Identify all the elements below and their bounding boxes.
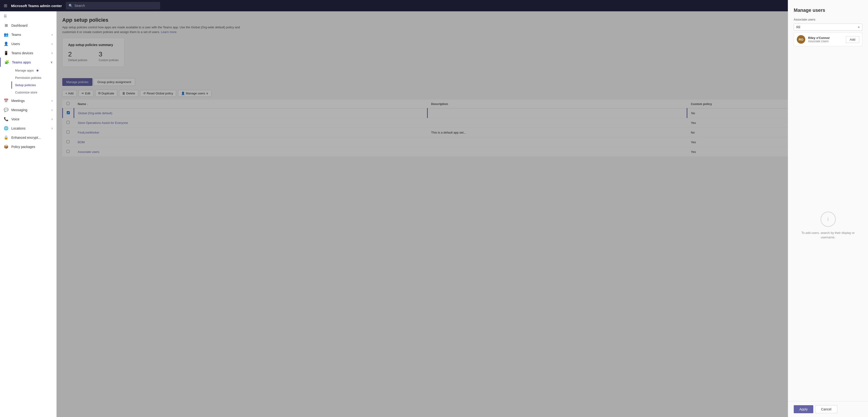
row-checkbox[interactable] — [66, 121, 69, 124]
row-checkbox[interactable] — [66, 130, 69, 133]
chevron-down-icon: › — [52, 52, 53, 55]
row-name-cell[interactable]: Store Operations Assist for Everyone — [74, 118, 428, 128]
reset-global-button[interactable]: ↺ Reset Global policy — [140, 90, 176, 97]
default-policies-count: 2 — [68, 51, 87, 58]
reset-global-label: Reset Global policy — [147, 92, 173, 95]
row-checkbox[interactable] — [67, 111, 70, 114]
sidebar-item-enhanced-encrypt[interactable]: 🔒 Enhanced encrypt... — [0, 133, 56, 142]
permission-policies-label: Permission policies — [15, 76, 41, 80]
delete-icon: 🗑 — [122, 92, 125, 95]
search-bar[interactable]: 🔍 — [66, 2, 160, 9]
user-suggestion-item[interactable]: RO Riley o'Connor Associate Users Add — [794, 33, 862, 46]
sidebar-item-permission-policies[interactable]: Permission policies — [11, 74, 56, 82]
apply-button[interactable]: Apply — [794, 405, 813, 413]
table-row[interactable]: Global (Org-wide default) No — [63, 108, 863, 118]
select-all-checkbox[interactable] — [66, 102, 69, 105]
row-checkbox[interactable] — [66, 150, 69, 153]
sidebar-item-messaging[interactable]: 💬 Messaging › — [0, 105, 56, 115]
row-checkbox-cell[interactable] — [63, 137, 74, 147]
sidebar-item-label: Policy packages — [11, 145, 35, 149]
sidebar-item-teams-devices[interactable]: 📱 Teams devices › — [0, 49, 56, 58]
row-description-cell: This is a default app set... — [427, 128, 687, 137]
sidebar-item-label: Users — [11, 42, 20, 46]
chevron-down-icon: › — [52, 118, 53, 121]
sidebar-item-setup-policies[interactable]: Setup policies — [11, 82, 56, 89]
grid-icon[interactable]: ⊞ — [4, 3, 7, 8]
main-content: App setup policies App setup policies co… — [57, 11, 868, 417]
name-column-header[interactable]: Name ↓ — [74, 99, 428, 108]
lock-icon: 🔒 — [4, 135, 8, 140]
policy-link[interactable]: Associate users — [78, 150, 99, 154]
manage-users-button[interactable]: 👤 Manage users ∨ — [178, 90, 212, 97]
duplicate-icon: ⧉ — [98, 91, 100, 95]
row-checkbox-cell[interactable] — [63, 147, 74, 157]
dashboard-icon: ⊞ — [4, 23, 8, 28]
sidebar-item-policy-packages[interactable]: 📦 Policy packages — [0, 142, 56, 151]
chevron-down-icon: › — [52, 127, 53, 130]
sidebar-item-voice[interactable]: 📞 Voice › — [0, 115, 56, 124]
row-checkbox-cell[interactable] — [63, 108, 74, 118]
sidebar-item-teams[interactable]: 👥 Teams › — [0, 30, 56, 39]
tab-group-policy-assignment[interactable]: Group policy assignment — [93, 78, 135, 86]
info-placeholder: i To add users, search by their display … — [788, 50, 868, 401]
policy-link[interactable]: Store Operations Assist for Everyone — [78, 121, 128, 125]
page-header: App setup policies App setup policies co… — [62, 17, 862, 34]
policy-link[interactable]: BOM — [78, 141, 85, 144]
edit-button[interactable]: ✏ Edit — [79, 90, 93, 97]
sidebar-item-locations[interactable]: 🌐 Locations › — [0, 124, 56, 133]
clear-search-icon[interactable]: × — [858, 25, 860, 29]
summary-card-wrap: App setup policies summary 2 Default pol… — [62, 38, 862, 72]
tab-manage-policies[interactable]: Manage policies — [62, 78, 92, 86]
user-search-wrap[interactable]: × — [794, 24, 862, 31]
summary-stat-custom: 3 Custom policies — [99, 51, 119, 62]
summary-stat-default: 2 Default policies — [68, 51, 87, 62]
table-row[interactable]: Associate users Yes — [63, 147, 863, 157]
sidebar-item-meetings[interactable]: 📅 Meetings › — [0, 96, 56, 105]
packages-icon: 📦 — [4, 144, 8, 149]
cancel-button[interactable]: Cancel — [815, 405, 837, 413]
user-search-input[interactable] — [796, 25, 856, 29]
row-name-cell[interactable]: BOM — [74, 137, 428, 147]
row-name-cell[interactable]: Global (Org-wide default) — [74, 108, 428, 118]
sort-icon: ↓ — [87, 103, 88, 106]
policy-link[interactable]: Global (Org-wide default) — [78, 111, 112, 115]
learn-more-link[interactable]: Learn more — [161, 30, 176, 34]
user-subtitle: Associate Users — [808, 40, 843, 43]
add-user-button[interactable]: Add — [846, 36, 859, 43]
sidebar-item-dashboard[interactable]: ⊞ Dashboard — [0, 21, 56, 30]
row-checkbox[interactable] — [66, 140, 69, 143]
summary-card-title: App setup policies summary — [68, 43, 119, 47]
add-button[interactable]: + Add — [62, 90, 76, 97]
voice-icon: 📞 — [4, 117, 8, 121]
user-avatar: RO — [797, 35, 805, 44]
sidebar-item-customize-store[interactable]: Customize store — [11, 89, 56, 96]
sidebar-item-manage-apps[interactable]: Manage apps — [11, 67, 56, 74]
select-all-header[interactable] — [63, 99, 74, 108]
chevron-down-icon: › — [52, 99, 53, 102]
panel-title: Manage users — [794, 7, 862, 13]
default-policies-label: Default policies — [68, 59, 87, 62]
row-checkbox-cell[interactable] — [63, 128, 74, 137]
hamburger-button[interactable]: ☰ — [0, 11, 56, 21]
row-name-cell[interactable]: FirstLineWorker — [74, 128, 428, 137]
sidebar-item-label: Teams apps — [12, 60, 31, 64]
delete-label: Delete — [126, 92, 135, 95]
add-icon: + — [65, 92, 67, 95]
policy-link[interactable]: FirstLineWorker — [78, 131, 99, 134]
table-row[interactable]: BOM Yes — [63, 137, 863, 147]
table-row[interactable]: FirstLineWorker This is a default app se… — [63, 128, 863, 137]
manage-users-icon: 👤 — [181, 92, 185, 95]
table-row[interactable]: Store Operations Assist for Everyone Yes — [63, 118, 863, 128]
page-title: App setup policies — [62, 17, 862, 23]
row-name-cell[interactable]: Associate users — [74, 147, 428, 157]
delete-button[interactable]: 🗑 Delete — [119, 90, 138, 97]
sidebar-item-label: Locations — [11, 126, 26, 130]
sidebar-item-teams-apps[interactable]: 🧩 Teams apps ∨ — [0, 58, 56, 67]
edit-icon: ✏ — [82, 92, 84, 95]
row-checkbox-cell[interactable] — [63, 118, 74, 128]
duplicate-button[interactable]: ⧉ Duplicate — [95, 90, 117, 97]
duplicate-label: Duplicate — [101, 92, 114, 95]
row-description-cell — [427, 118, 687, 128]
search-input[interactable] — [74, 4, 157, 7]
sidebar-item-users[interactable]: 👤 Users › — [0, 39, 56, 49]
